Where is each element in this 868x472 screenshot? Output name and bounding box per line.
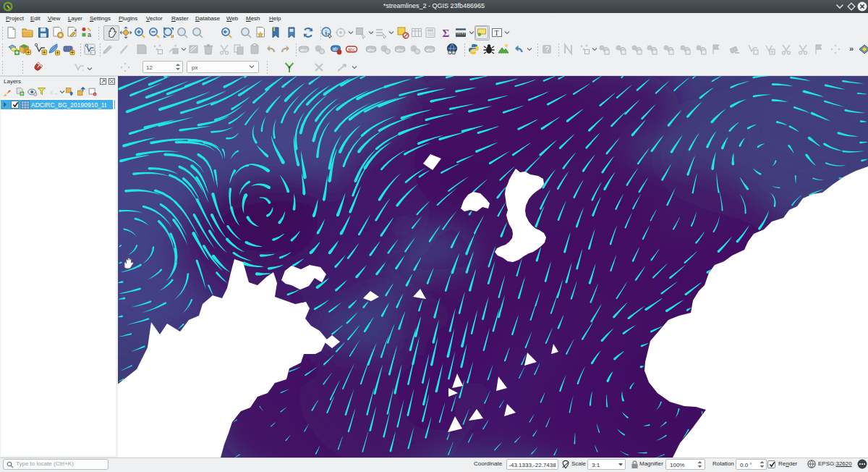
svg-text:abc: abc [300,48,307,52]
svg-text:abc: abc [426,48,433,52]
svg-text:Σ: Σ [443,28,450,39]
svg-text:ε: ε [51,89,54,96]
svg-text:ab: ab [333,46,339,51]
svg-text:abc: abc [367,48,375,52]
svg-text:?: ? [545,46,550,54]
svg-text:abc: abc [396,48,404,52]
svg-text:T: T [495,29,499,37]
svg-text:abc: abc [348,47,356,52]
svg-text:a: a [88,31,91,38]
